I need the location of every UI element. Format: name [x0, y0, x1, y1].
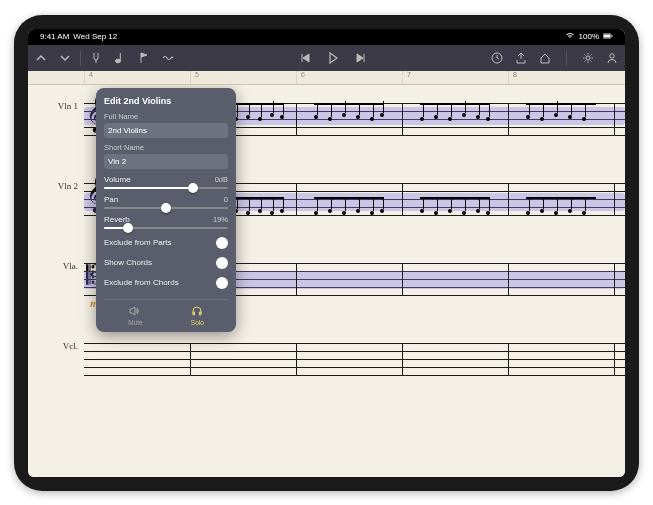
pan-value: 0 — [224, 195, 228, 204]
ruler-tick: 8 — [508, 71, 614, 84]
skip-forward-icon[interactable] — [354, 51, 368, 65]
home-icon[interactable] — [538, 51, 552, 65]
svg-rect-1 — [604, 35, 610, 38]
ipad-frame: 9:41 AM Wed Sep 12 100% — [14, 15, 639, 491]
svg-point-3 — [116, 59, 121, 63]
ruler-tick: 6 — [296, 71, 402, 84]
headphones-icon — [191, 306, 203, 317]
note-icon[interactable] — [113, 51, 127, 65]
flag-icon[interactable] — [137, 51, 151, 65]
staff-label: Vln 1 — [28, 85, 84, 165]
ruler-tick: 5 — [190, 71, 296, 84]
clock-icon[interactable] — [490, 51, 504, 65]
play-icon[interactable] — [326, 51, 340, 65]
status-time: 9:41 AM — [40, 32, 69, 41]
reverb-value: 19% — [213, 215, 228, 224]
status-battery: 100% — [579, 32, 599, 41]
app-toolbar — [28, 45, 625, 71]
svg-rect-2 — [612, 35, 613, 36]
exclude-parts-toggle[interactable] — [216, 237, 228, 249]
gear-icon[interactable] — [581, 51, 595, 65]
wifi-icon — [565, 32, 575, 41]
skip-back-icon[interactable] — [298, 51, 312, 65]
solo-label: Solo — [191, 319, 204, 326]
solo-button[interactable]: Solo — [191, 306, 204, 326]
trill-icon[interactable] — [161, 51, 175, 65]
exclude-chords-toggle[interactable] — [216, 277, 228, 289]
battery-icon — [603, 32, 613, 41]
panel-title: Edit 2nd Violins — [104, 96, 228, 106]
chevron-down-icon[interactable] — [58, 51, 72, 65]
edit-instrument-panel: Edit 2nd Violins Full Name Short Name Vo… — [96, 88, 236, 332]
ruler-tick: 7 — [402, 71, 508, 84]
svg-point-5 — [586, 56, 590, 60]
full-name-input[interactable] — [104, 123, 228, 138]
profile-icon[interactable] — [605, 51, 619, 65]
short-name-label: Short Name — [104, 143, 228, 152]
show-chords-toggle[interactable] — [216, 257, 228, 269]
status-date: Wed Sep 12 — [73, 32, 117, 41]
svg-point-6 — [610, 53, 614, 57]
speaker-icon — [129, 306, 141, 317]
staff-label: Vln 2 — [28, 165, 84, 245]
mute-button[interactable]: Mute — [128, 306, 142, 326]
show-chords-label: Show Chords — [104, 258, 152, 267]
tuning-fork-icon[interactable] — [89, 51, 103, 65]
score-canvas[interactable]: Vln 1 𝄞 Vln 2 — [28, 85, 625, 477]
pan-slider[interactable] — [104, 207, 228, 209]
pan-label: Pan — [104, 195, 118, 204]
short-name-input[interactable] — [104, 154, 228, 169]
exclude-chords-label: Exclude from Chords — [104, 278, 179, 287]
reverb-slider[interactable] — [104, 227, 228, 229]
staff-label: Vla. — [28, 245, 84, 325]
staff-row-vcl[interactable]: Vcl. — [28, 325, 625, 385]
volume-value: 0dB — [215, 175, 228, 184]
volume-slider[interactable] — [104, 187, 228, 189]
exclude-parts-label: Exclude from Parts — [104, 238, 172, 247]
bar-ruler[interactable]: 4 5 6 7 8 — [28, 71, 625, 85]
ruler-tick: 4 — [84, 71, 190, 84]
full-name-label: Full Name — [104, 112, 228, 121]
volume-label: Volume — [104, 175, 131, 184]
export-icon[interactable] — [514, 51, 528, 65]
ios-statusbar: 9:41 AM Wed Sep 12 100% — [28, 29, 625, 45]
screen: 9:41 AM Wed Sep 12 100% — [28, 29, 625, 477]
mute-label: Mute — [128, 319, 142, 326]
staff-label: Vcl. — [28, 325, 84, 385]
chevron-up-icon[interactable] — [34, 51, 48, 65]
